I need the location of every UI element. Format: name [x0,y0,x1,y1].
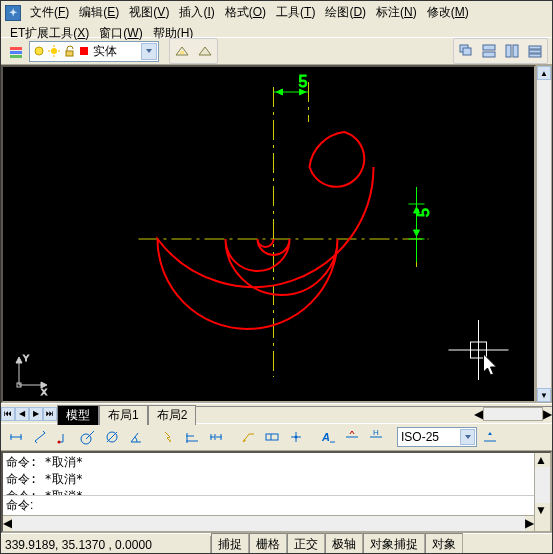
toolbar-layers: 实体 [1,37,552,65]
svg-rect-20 [529,54,541,57]
svg-rect-11 [180,51,184,54]
scroll-up-icon[interactable]: ▲ [537,66,551,80]
tab-next-icon[interactable]: ▶ [29,407,43,421]
layer-dropdown[interactable]: 实体 [29,41,159,62]
svg-text:X: X [41,387,47,397]
menu-format[interactable]: 格式(O) [220,2,271,23]
command-vscrollbar[interactable]: ▲ ▼ ▼ [534,453,550,531]
dim-style-value: ISO-25 [401,430,439,444]
chevron-down-icon[interactable] [141,43,157,60]
dim-angular-button[interactable] [125,426,147,448]
dim-quick-button[interactable] [157,426,179,448]
scroll-down-icon[interactable]: ▼ [535,503,550,517]
window-tile-v-button[interactable] [501,40,523,62]
dim-v-value: 5 [415,208,432,217]
menu-bar: ✦ 文件(F) 编辑(E) 视图(V) 插入(I) 格式(O) 工具(T) 绘图… [1,1,552,37]
status-osnap-button[interactable]: 对象捕捉 [363,533,425,554]
menu-file[interactable]: 文件(F) [25,2,74,23]
status-polar-button[interactable]: 极轴 [325,533,363,554]
window-arrange-group [453,38,548,64]
vertical-scrollbar[interactable]: ▲ ▼ [536,65,552,403]
dim-edit-button[interactable]: A [317,426,339,448]
command-input-line[interactable]: 命令: [3,495,534,515]
status-ortho-button[interactable]: 正交 [287,533,325,554]
svg-text:Y: Y [23,353,29,363]
drawing-canvas[interactable]: 5 5 [1,65,536,403]
command-hscrollbar[interactable]: ◀ ▶ [3,515,534,531]
dim-tolerance-button[interactable] [261,426,283,448]
command-window: 命令: *取消* 命令: *取消* 命令: *取消* 命令: *取消* 命令: … [1,451,552,533]
hscroll-right-icon[interactable]: ▶ [543,407,552,421]
window-tile-h-button[interactable] [478,40,500,62]
dim-ordinate-button[interactable] [53,426,75,448]
tab-model[interactable]: 模型 [57,405,99,425]
dim-style-dropdown[interactable]: ISO-25 [397,427,477,447]
svg-point-4 [51,48,57,54]
status-bar: 339.9189, 35.1370 , 0.0000 捕捉 栅格 正交 极轴 对… [1,533,552,554]
square-red-icon [78,45,90,57]
svg-rect-1 [10,51,22,54]
dim-aligned-button[interactable] [29,426,51,448]
tab-layout2[interactable]: 布局2 [148,405,197,425]
scroll-down-icon[interactable]: ▼ [537,388,551,402]
dim-radius-button[interactable] [77,426,99,448]
menu-tools[interactable]: 工具(T) [271,2,320,23]
svg-rect-19 [529,50,541,53]
menu-modify[interactable]: 修改(M) [422,2,474,23]
command-history: 命令: *取消* 命令: *取消* 命令: *取消* 命令: *取消* 命令: … [3,453,534,495]
dim-diameter-button[interactable] [101,426,123,448]
scroll-right-icon[interactable]: ▶ [525,516,534,531]
scroll-left-icon[interactable]: ◀ [3,516,12,531]
dim-tedit-button[interactable] [341,426,363,448]
dim-leader-button[interactable] [237,426,259,448]
menu-insert[interactable]: 插入(I) [174,2,219,23]
sun-icon [48,45,60,57]
window-list-button[interactable] [524,40,546,62]
tab-last-icon[interactable]: ⏭ [43,407,57,421]
svg-rect-2 [10,55,22,58]
svg-rect-15 [483,52,495,57]
command-prompt: 命令: [6,497,33,514]
dim-linear-button[interactable] [5,426,27,448]
svg-point-43 [58,441,61,444]
dim-baseline-button[interactable] [181,426,203,448]
svg-rect-13 [463,48,471,55]
dim-update-button[interactable]: H [365,426,387,448]
tab-first-icon[interactable]: ⏮ [1,407,15,421]
toolbar-dimension: A H ISO-25 [1,423,552,451]
status-otrack-button[interactable]: 对象 [425,533,463,554]
svg-point-3 [35,47,43,55]
svg-rect-14 [483,45,495,50]
svg-line-42 [35,433,45,441]
dim-style-manager-button[interactable] [479,426,501,448]
tab-prev-icon[interactable]: ◀ [15,407,29,421]
menu-draw[interactable]: 绘图(D) [320,2,371,23]
svg-rect-10 [80,47,88,55]
hscroll-left-icon[interactable]: ◀ [474,407,483,421]
scroll-up-icon[interactable]: ▲ [535,453,550,467]
dim-h-value: 5 [299,73,308,90]
layer-name: 实体 [93,43,117,60]
layer-iso-button[interactable] [171,40,193,62]
status-coords: 339.9189, 35.1370 , 0.0000 [1,536,211,554]
window-cascade-button[interactable] [455,40,477,62]
svg-rect-56 [266,434,278,440]
status-grid-button[interactable]: 栅格 [249,533,287,554]
layer-manager-button[interactable] [5,40,27,62]
dim-center-button[interactable] [285,426,307,448]
menu-dimension[interactable]: 标注(N) [371,2,422,23]
layer-iso-group [169,38,218,64]
chevron-down-icon[interactable] [460,429,475,445]
dim-continue-button[interactable] [205,426,227,448]
svg-line-45 [86,431,94,439]
svg-rect-17 [513,45,518,57]
menu-edit[interactable]: 编辑(E) [74,2,124,23]
status-snap-button[interactable]: 捕捉 [211,533,249,554]
tab-layout1[interactable]: 布局1 [99,405,148,425]
svg-rect-18 [529,46,541,49]
layer-filter-button[interactable] [194,40,216,62]
svg-rect-16 [506,45,511,57]
menu-view[interactable]: 视图(V) [124,2,174,23]
svg-text:A: A [321,431,330,443]
svg-rect-9 [66,51,73,56]
